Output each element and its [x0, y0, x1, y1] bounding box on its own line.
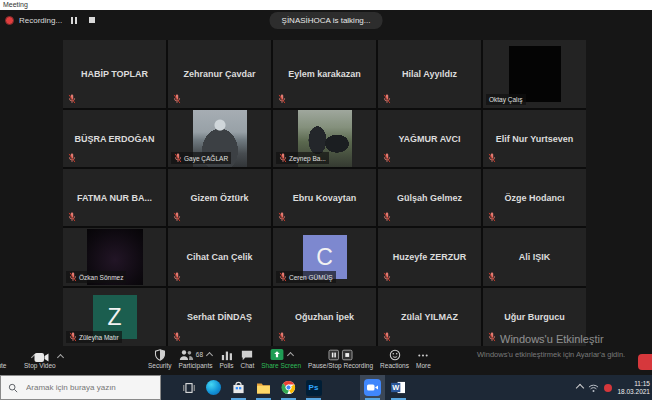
- toolbar-share-screen-button[interactable]: Share Screen: [261, 348, 301, 369]
- participant-tile[interactable]: Gaye ÇAĞLAR: [168, 110, 271, 167]
- task-view-icon: [182, 381, 196, 395]
- participant-tile[interactable]: Oğuzhan İpek: [273, 288, 376, 346]
- participant-tile[interactable]: Özge Hodancı: [483, 169, 586, 226]
- participant-tile[interactable]: Huzeyfe ZERZUR: [378, 228, 481, 286]
- participants-count-badge: 68: [196, 351, 203, 358]
- participant-tile[interactable]: BÜŞRA ERDOĞAN: [63, 110, 166, 167]
- participant-name: Gizem Öztürk: [168, 193, 271, 203]
- taskbar-app-task-view[interactable]: [176, 375, 201, 400]
- mute-button[interactable]: Mute: [0, 362, 6, 369]
- participant-tile[interactable]: Gülşah Gelmez: [378, 169, 481, 226]
- mic-muted-icon: [383, 212, 391, 222]
- participant-tile[interactable]: HABİP TOPLAR: [63, 40, 166, 108]
- toolbar-pause-stop-recording-button[interactable]: Pause/Stop Recording: [308, 348, 373, 369]
- mic-muted-icon: [383, 94, 391, 104]
- active-speaker-banner: ŞİNASİHOCA is talking...: [270, 12, 383, 29]
- participant-name: BÜŞRA ERDOĞAN: [63, 134, 166, 144]
- mic-muted-icon: [68, 94, 76, 104]
- participant-name: Ceren GÜMÜŞ: [289, 273, 333, 282]
- mic-muted-icon: [173, 332, 181, 342]
- participant-tile[interactable]: Ebru Kovaytan: [273, 169, 376, 226]
- participant-tile[interactable]: Elif Nur Yurtseven: [483, 110, 586, 167]
- mic-muted-icon: [68, 212, 76, 222]
- participant-name: Eylem karakazan: [273, 69, 376, 79]
- participant-tile[interactable]: Serhat DİNDAŞ: [168, 288, 271, 346]
- mic-muted-icon: [278, 94, 286, 104]
- participant-tile[interactable]: FATMA NUR BA...: [63, 169, 166, 226]
- recording-tray-icon[interactable]: [604, 384, 612, 392]
- pause-recording-button[interactable]: [67, 14, 80, 26]
- taskbar-app-file-explorer[interactable]: [251, 375, 276, 400]
- participant-tile[interactable]: Özkan Sönmez: [63, 228, 166, 286]
- participant-tile[interactable]: YAĞMUR AVCI: [378, 110, 481, 167]
- participant-tile[interactable]: Gizem Öztürk: [168, 169, 271, 226]
- word-icon: W: [391, 381, 406, 394]
- participant-name: Özkan Sönmez: [79, 273, 123, 282]
- share-icon: [270, 349, 284, 360]
- mic-muted-icon: [278, 332, 286, 342]
- toolbar-chat-button[interactable]: Chat: [241, 348, 255, 369]
- participant-name-chip: Özkan Sönmez: [66, 271, 126, 283]
- participant-tile[interactable]: Ali IŞIK: [483, 228, 586, 286]
- end-meeting-button[interactable]: [638, 354, 652, 370]
- toolbar-label: Participants: [178, 362, 212, 369]
- mic-muted-icon: [173, 94, 181, 104]
- video-options-caret[interactable]: [57, 354, 64, 361]
- participant-name-chip: Oktay Çalış: [486, 94, 526, 105]
- activate-windows-watermark-subtext: Windows'u etkinleştirmek için Ayarlar'a …: [477, 350, 625, 359]
- participant-name-chip: Gaye ÇAĞLAR: [171, 152, 231, 164]
- photoshop-icon: Ps: [306, 380, 322, 396]
- shield-icon: [154, 349, 166, 361]
- toolbar-reactions-button[interactable]: Reactions: [380, 348, 409, 369]
- file-explorer-icon: [256, 382, 271, 394]
- participant-tile[interactable]: Zeynep Ba...: [273, 110, 376, 167]
- network-icon[interactable]: [588, 379, 599, 397]
- participant-name: Ali IŞIK: [483, 252, 586, 262]
- participant-tile[interactable]: Oktay Çalış: [483, 40, 586, 108]
- taskbar-app-store[interactable]: [226, 375, 251, 400]
- taskbar-app-edge[interactable]: [201, 375, 226, 400]
- toolbar-more-button[interactable]: More: [416, 348, 431, 369]
- toolbar-security-button[interactable]: Security: [148, 348, 171, 369]
- participant-name: Züleyha Matır: [79, 333, 119, 342]
- participant-name: Özge Hodancı: [483, 193, 586, 203]
- participant-tile[interactable]: ZZüleyha Matır: [63, 288, 166, 346]
- taskbar-app-chrome[interactable]: [276, 375, 301, 400]
- toolbar-label: Security: [148, 362, 171, 369]
- system-tray: 11:15 18.03.2021: [577, 375, 650, 400]
- toolbar-participants-button[interactable]: 68Participants: [178, 348, 212, 369]
- participant-tile[interactable]: Hilal Ayyıldız: [378, 40, 481, 108]
- taskbar-app-zoom[interactable]: [360, 375, 385, 400]
- zoom-meeting-window: Meeting Recording... ŞİNASİHOCA is talki…: [0, 0, 652, 400]
- taskbar-app-photoshop[interactable]: Ps: [301, 375, 326, 400]
- toolbar-center-cluster: Security68ParticipantsPollsChatShare Scr…: [148, 348, 431, 369]
- participant-tile[interactable]: CCeren GÜMÜŞ: [273, 228, 376, 286]
- participant-tile[interactable]: Zülal YILMAZ: [378, 288, 481, 346]
- share-screen-options-caret[interactable]: [287, 352, 294, 359]
- toolbar-polls-button[interactable]: Polls: [219, 348, 233, 369]
- toolbar-label: Reactions: [380, 362, 409, 369]
- stop-video-button[interactable]: Stop Video: [24, 362, 56, 369]
- mic-muted-icon: [279, 272, 287, 282]
- participant-name-chip: Züleyha Matır: [66, 331, 122, 343]
- clock-time: 11:15: [617, 380, 650, 388]
- recording-indicator: Recording...: [5, 14, 98, 26]
- stop-recording-button[interactable]: [85, 14, 98, 26]
- windows-taskbar: PsW 11:15 18.03.2021: [0, 375, 652, 400]
- mic-muted-icon: [488, 153, 496, 163]
- taskbar-search[interactable]: [0, 375, 161, 400]
- participant-name: Ebru Kovaytan: [273, 193, 376, 203]
- mic-muted-icon: [69, 332, 77, 342]
- mic-muted-icon: [278, 212, 286, 222]
- participant-name: Cihat Can Çelik: [168, 252, 271, 262]
- participant-tile[interactable]: Cihat Can Çelik: [168, 228, 271, 286]
- taskbar-clock[interactable]: 11:15 18.03.2021: [617, 380, 650, 396]
- tray-expand-caret[interactable]: [576, 383, 584, 391]
- edge-icon: [206, 380, 221, 395]
- participant-name-chip: Zeynep Ba...: [276, 152, 329, 164]
- participant-tile[interactable]: Zehranur Çavdar: [168, 40, 271, 108]
- participant-tile[interactable]: Eylem karakazan: [273, 40, 376, 108]
- search-input[interactable]: [24, 382, 153, 393]
- participants-options-caret[interactable]: [206, 352, 213, 359]
- taskbar-app-word[interactable]: W: [386, 375, 411, 400]
